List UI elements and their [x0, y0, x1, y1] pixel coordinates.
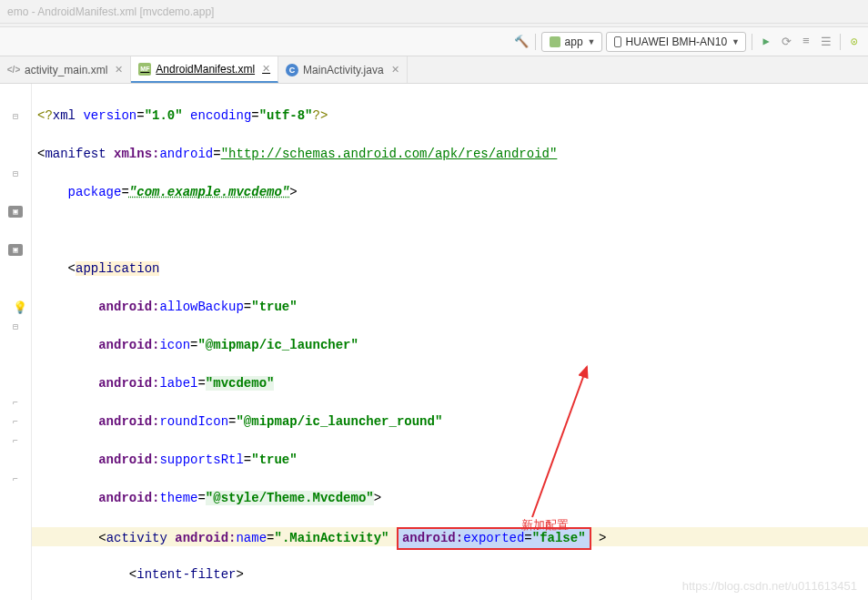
build-icon[interactable]: 🔨: [513, 34, 530, 50]
window-title: emo - AndroidManifest.xml [mvcdemo.app]: [7, 5, 214, 18]
chevron-down-icon: ▼: [732, 37, 740, 46]
annotation-label: 新加配置: [521, 515, 569, 534]
close-icon[interactable]: ✕: [115, 64, 123, 76]
title-bar: emo - AndroidManifest.xml [mvcdemo.app]: [0, 0, 868, 24]
tab-label: AndroidManifest.xml: [156, 63, 255, 76]
run-config-select[interactable]: app ▼: [541, 32, 602, 52]
apply-code-icon[interactable]: ≡: [798, 34, 814, 50]
manifest-file-icon: MF: [138, 63, 151, 76]
chevron-down-icon: ▼: [588, 37, 596, 46]
config-label: app: [565, 36, 583, 48]
close-icon[interactable]: ✕: [391, 64, 399, 76]
toolbar: 🔨 app ▼ HUAWEI BMH-AN10 ▼ ▶ ⟳ ≡ ☰ ⊙: [0, 27, 868, 56]
tab-android-manifest[interactable]: MF AndroidManifest.xml ✕: [131, 56, 278, 83]
device-label: HUAWEI BMH-AN10: [626, 36, 728, 48]
fold-icon[interactable]: ⊟: [13, 168, 18, 179]
close-icon[interactable]: ✕: [262, 63, 270, 75]
fold-end-icon[interactable]: ⌐: [13, 436, 18, 446]
editor: ⊟ ⊟ ▣ ▣ 💡 ⊟ ⌐ ⌐ ⌐ ⌐ <?xml version="1.0" …: [0, 84, 868, 600]
tab-main-activity[interactable]: C MainActivity.java ✕: [278, 56, 407, 83]
code-area[interactable]: <?xml version="1.0" encoding="utf-8"?> <…: [32, 84, 868, 600]
gutter: ⊟ ⊟ ▣ ▣ 💡 ⊟ ⌐ ⌐ ⌐ ⌐: [0, 84, 32, 600]
separator: [840, 34, 841, 50]
editor-tabs: </> activity_main.xml ✕ MF AndroidManife…: [0, 56, 868, 84]
module-icon: [550, 36, 560, 47]
image-gutter-icon[interactable]: ▣: [8, 206, 23, 218]
fold-end-icon[interactable]: ⌐: [13, 474, 18, 484]
xml-file-icon: </>: [7, 64, 20, 76]
fold-end-icon[interactable]: ⌐: [13, 398, 18, 408]
android-icon[interactable]: ⊙: [846, 34, 863, 50]
tab-activity-main[interactable]: </> activity_main.xml ✕: [0, 56, 131, 83]
image-gutter-icon[interactable]: ▣: [8, 244, 23, 256]
phone-icon: [614, 36, 621, 47]
java-file-icon: C: [286, 64, 298, 76]
tab-label: activity_main.xml: [25, 64, 107, 76]
tab-label: MainActivity.java: [303, 64, 383, 76]
separator: [752, 34, 752, 50]
separator: [535, 34, 536, 50]
fold-icon[interactable]: ⊟: [13, 111, 18, 122]
hint-bulb-icon[interactable]: 💡: [13, 300, 27, 315]
run-icon[interactable]: ▶: [758, 34, 774, 50]
device-select[interactable]: HUAWEI BMH-AN10 ▼: [606, 32, 747, 52]
fold-icon[interactable]: ⊟: [13, 321, 18, 332]
watermark: https://blog.csdn.net/u011613451: [682, 579, 857, 593]
fold-end-icon[interactable]: ⌐: [13, 417, 18, 427]
apply-changes-icon[interactable]: ⟳: [778, 34, 794, 50]
debug-icon[interactable]: ☰: [818, 34, 834, 50]
